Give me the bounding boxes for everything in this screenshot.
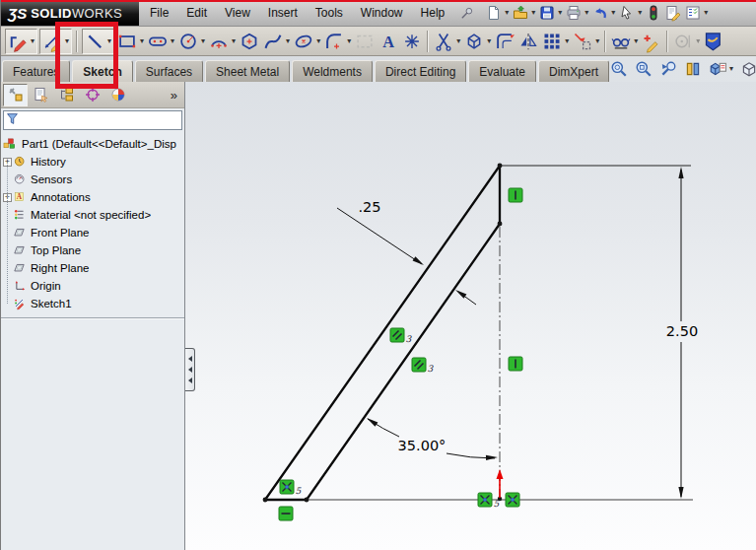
file-properties-button[interactable] <box>664 3 682 23</box>
sketch-line-left[interactable] <box>265 166 500 500</box>
smart-dimension-button[interactable]: ▾ <box>39 29 72 54</box>
menu-view[interactable]: View <box>216 3 259 23</box>
section-view-button[interactable] <box>684 60 702 78</box>
select-dropdown-arrow[interactable]: ▾ <box>638 9 642 17</box>
panel-splitter-handle[interactable] <box>185 348 195 391</box>
ellipse-dropdown-arrow[interactable]: ▾ <box>316 37 320 45</box>
menu-edit[interactable]: Edit <box>177 3 216 23</box>
print-button[interactable]: ▾ <box>565 3 589 23</box>
tab-surfaces[interactable]: Surfaces <box>135 60 203 82</box>
save-button[interactable]: ▾ <box>538 3 563 23</box>
spline-dropdown-arrow[interactable]: ▾ <box>286 37 290 45</box>
dimxpertmanager-tab[interactable] <box>80 84 104 106</box>
height-dim-text[interactable]: 2.50 <box>666 323 698 339</box>
dimension-height[interactable]: 2.50 <box>666 167 698 499</box>
view-orientation-dropdown-arrow[interactable]: ▾ <box>729 65 733 73</box>
dimension-angle[interactable]: 35.00° <box>366 416 499 460</box>
tree-item-sketch1[interactable]: Sketch1 <box>1 295 184 312</box>
open-dropdown-arrow[interactable]: ▾ <box>531 9 535 17</box>
menu-tools[interactable]: Tools <box>307 3 352 23</box>
filter-input[interactable] <box>22 113 179 128</box>
panel-overflow-chevron[interactable]: » <box>166 88 182 103</box>
previous-view-button[interactable] <box>659 60 677 78</box>
propertymanager-tab[interactable] <box>29 84 53 106</box>
displaymanager-tab[interactable] <box>105 84 130 106</box>
convert-entities-button[interactable]: ▾ <box>463 30 492 53</box>
fully-define-sketch-dropdown-arrow[interactable]: ▾ <box>696 37 700 45</box>
featuremanager-tree-tab[interactable] <box>3 84 28 106</box>
add-relation-button[interactable] <box>641 30 662 53</box>
tree-item-sensors[interactable]: Sensors <box>1 171 184 188</box>
zoom-to-area-button[interactable] <box>635 60 653 78</box>
sketch-line-right[interactable] <box>307 224 500 500</box>
smart-dimension-dropdown-arrow[interactable]: ▾ <box>65 37 69 45</box>
mirror-entities-button[interactable] <box>517 30 539 53</box>
tree-item-history[interactable]: +History <box>1 153 184 171</box>
configurationmanager-tab[interactable] <box>54 84 79 106</box>
new-document-dropdown-arrow[interactable]: ▾ <box>505 9 509 17</box>
origin-arrow[interactable] <box>497 469 504 498</box>
trim-entities-button[interactable]: ▾ <box>433 30 461 53</box>
tree-root-part1[interactable]: Part1 (Default<<Default>_Disp <box>1 135 184 153</box>
move-entities-button[interactable]: ▾ <box>572 30 600 53</box>
tab-features[interactable]: Features <box>2 60 70 82</box>
display-delete-relations-button[interactable]: ▾ <box>610 30 639 53</box>
tab-sheet-metal[interactable]: Sheet Metal <box>205 60 290 82</box>
selection-box-button[interactable] <box>354 30 376 53</box>
point-button[interactable] <box>401 30 423 53</box>
thickness-dim-text[interactable]: .25 <box>358 199 380 215</box>
tab-dimxpert[interactable]: DimXpert <box>538 60 609 82</box>
sketch-fillet-button[interactable]: ▾ <box>323 30 352 53</box>
menu-window[interactable]: Window <box>352 3 412 23</box>
menu-insert[interactable]: Insert <box>259 3 307 23</box>
angle-dim-text[interactable]: 35.00° <box>398 438 447 453</box>
relation-parallel-icon[interactable]: 3 <box>412 358 435 374</box>
straight-slot-dropdown-arrow[interactable]: ▾ <box>171 37 174 45</box>
pin-menu-icon[interactable] <box>459 0 474 26</box>
sketch-fillet-dropdown-arrow[interactable]: ▾ <box>347 37 351 45</box>
undo-button[interactable]: ▾ <box>591 3 616 23</box>
zoom-to-fit-button[interactable] <box>610 60 628 78</box>
linear-sketch-pattern-button[interactable]: ▾ <box>541 30 570 53</box>
open-button[interactable]: ▾ <box>512 3 536 23</box>
select-button[interactable]: ▾ <box>618 3 643 23</box>
convert-entities-dropdown-arrow[interactable]: ▾ <box>487 37 491 45</box>
spline-button[interactable]: ▾ <box>262 30 291 53</box>
menu-help[interactable]: Help <box>412 3 454 23</box>
circle-button[interactable]: ▾ <box>177 30 206 53</box>
fully-define-sketch-button[interactable]: ▾ <box>672 30 701 53</box>
print-dropdown-arrow[interactable]: ▾ <box>584 9 588 17</box>
tree-item-right[interactable]: Right Plane <box>1 259 184 277</box>
trim-entities-dropdown-arrow[interactable]: ▾ <box>456 37 460 45</box>
graphics-area[interactable]: 2.50 .25 35.00° <box>185 82 756 550</box>
tab-sketch[interactable]: Sketch <box>72 60 132 82</box>
display-delete-relations-dropdown-arrow[interactable]: ▾ <box>634 37 638 45</box>
corner-rectangle-button[interactable]: ▾ <box>116 30 145 53</box>
rebuild-stoplight-button[interactable] <box>645 3 662 23</box>
move-entities-dropdown-arrow[interactable]: ▾ <box>595 37 599 45</box>
relation-parallel-icon[interactable]: 3 <box>390 328 413 344</box>
options-dropdown-arrow[interactable]: ▾ <box>704 9 708 17</box>
new-document-button[interactable]: ▾ <box>485 3 510 23</box>
tab-direct-editing[interactable]: Direct Editing <box>375 60 466 82</box>
centerpoint-arc-button[interactable]: ▾ <box>208 30 237 53</box>
tree-item-top[interactable]: Top Plane <box>1 241 184 259</box>
relation-coincident-icon[interactable]: 5 <box>280 480 303 496</box>
options-button[interactable]: ▾ <box>684 3 709 23</box>
tree-item-material[interactable]: Material <not specified> <box>1 206 184 224</box>
straight-slot-button[interactable]: ▾ <box>147 30 175 53</box>
save-dropdown-arrow[interactable]: ▾ <box>558 9 562 17</box>
relation-horizontal-icon[interactable] <box>279 507 293 520</box>
tree-item-annotations[interactable]: +AAnnotations <box>1 188 184 206</box>
line-button[interactable]: ▾ <box>82 29 114 54</box>
centerpoint-arc-dropdown-arrow[interactable]: ▾ <box>232 37 236 45</box>
sketch-button[interactable]: ▾ <box>5 29 37 54</box>
instant3d-badge-button[interactable] <box>703 30 724 53</box>
circle-dropdown-arrow[interactable]: ▾ <box>201 37 205 45</box>
ellipse-button[interactable]: ▾ <box>293 30 321 53</box>
relation-coincident-icon[interactable] <box>506 493 519 507</box>
relation-vertical-icon[interactable] <box>509 357 522 371</box>
linear-sketch-pattern-dropdown-arrow[interactable]: ▾ <box>565 37 569 45</box>
sketch-dropdown-arrow[interactable]: ▾ <box>31 37 34 45</box>
offset-entities-button[interactable] <box>494 30 515 53</box>
